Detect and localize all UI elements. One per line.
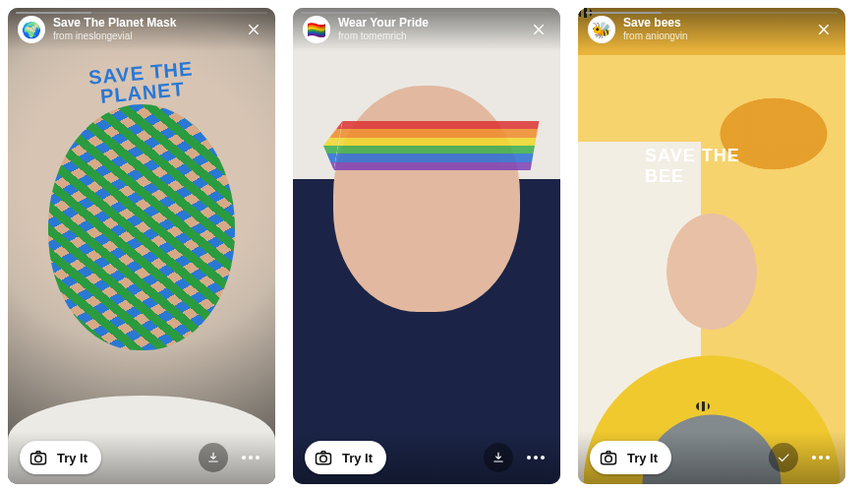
try-filter-button[interactable]: Try It (305, 441, 386, 474)
try-filter-button[interactable]: Try It (20, 441, 101, 474)
more-button[interactable] (238, 456, 263, 460)
story-panel: 🏳️‍🌈 Wear Your Pride from tomemrich Try … (293, 8, 560, 484)
filter-name: Save bees (623, 17, 804, 31)
try-filter-button[interactable]: Try It (590, 441, 671, 474)
story-header: 🐝 Save bees from aniongvin (578, 8, 845, 51)
svg-point-5 (606, 456, 612, 462)
save-filter-button[interactable] (484, 443, 513, 472)
dot-icon (527, 456, 531, 460)
download-icon (205, 450, 221, 465)
story-footer: Try It (293, 431, 560, 484)
illustration-face (333, 86, 520, 312)
ar-overlay-text: SAVE THE BEE (645, 146, 779, 187)
creator-avatar[interactable]: 🌍 (18, 16, 45, 43)
pride-flag-icon: 🏳️‍🌈 (307, 21, 326, 39)
more-button[interactable] (808, 456, 834, 460)
save-filter-button[interactable] (199, 443, 228, 472)
try-label: Try It (627, 451, 658, 465)
story-header: 🏳️‍🌈 Wear Your Pride from tomemrich (293, 8, 560, 51)
ar-overlay-rainbow (334, 121, 540, 170)
creator-line: from aniongvin (623, 31, 804, 42)
dot-icon (242, 456, 246, 460)
filter-info[interactable]: Save The Planet Mask from ineslongevial (53, 17, 234, 41)
close-icon (816, 22, 832, 37)
creator-avatar[interactable]: 🏳️‍🌈 (303, 16, 330, 43)
close-button[interactable] (242, 18, 265, 41)
close-icon (531, 22, 547, 37)
bee-avatar-icon: 🐝 (592, 21, 611, 39)
globe-icon: 🌍 (22, 21, 41, 39)
story-panel: SAVE THE PLANET 🌍 Save The Planet Mask f… (8, 8, 275, 484)
camera-icon (313, 447, 334, 468)
story-panel: SAVE THE BEE 🐝 Save bees from aniongvin … (578, 8, 845, 484)
close-button[interactable] (812, 18, 836, 41)
filter-name: Wear Your Pride (338, 17, 519, 31)
svg-point-1 (35, 456, 42, 462)
creator-line: from tomemrich (338, 31, 519, 42)
saved-filter-button[interactable] (769, 443, 798, 472)
filter-name: Save The Planet Mask (53, 17, 234, 31)
camera-icon (598, 447, 619, 468)
filter-info[interactable]: Wear Your Pride from tomemrich (338, 17, 519, 41)
try-label: Try It (57, 451, 87, 465)
download-icon (491, 450, 506, 465)
camera-icon (28, 447, 49, 468)
story-header: 🌍 Save The Planet Mask from ineslongevia… (8, 8, 275, 51)
dot-icon (812, 456, 816, 460)
bee-icon (696, 401, 710, 411)
close-icon (246, 22, 261, 37)
try-label: Try It (342, 451, 373, 465)
story-footer: Try It (578, 431, 845, 484)
filter-info[interactable]: Save bees from aniongvin (623, 17, 804, 41)
check-icon (776, 450, 791, 465)
svg-point-3 (320, 456, 327, 462)
close-button[interactable] (527, 18, 550, 41)
creator-avatar[interactable]: 🐝 (588, 16, 615, 43)
illustration-face (48, 104, 235, 350)
creator-line: from ineslongevial (53, 31, 234, 42)
story-footer: Try It (8, 431, 275, 484)
more-button[interactable] (523, 456, 549, 460)
